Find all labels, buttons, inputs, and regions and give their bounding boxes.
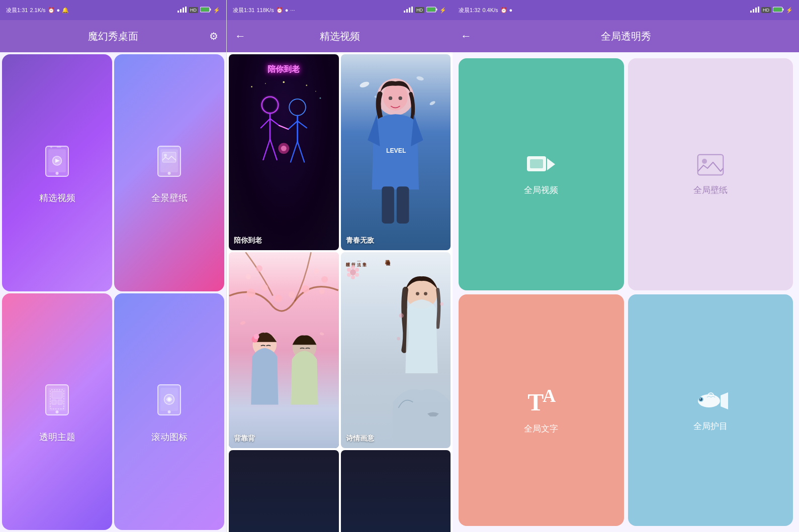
video-label: 全局视频 <box>524 184 558 196</box>
notify-icon-1: 🔔 <box>62 7 69 14</box>
svg-rect-105 <box>773 8 782 12</box>
svg-line-52 <box>288 121 297 129</box>
svg-point-117 <box>700 398 701 399</box>
status-time-3: 凌晨1:32 <box>459 7 480 14</box>
video-card-dark1[interactable] <box>229 450 339 532</box>
svg-point-74 <box>302 285 309 293</box>
svg-point-79 <box>321 276 328 283</box>
video-card-shiqing[interactable]: 博博品品 情情品品 学婚瓜疏 寒冬主集 流流一 烫行行 醒醒进顶 <box>341 252 451 448</box>
fish-icon <box>693 388 728 413</box>
hd-badge-2: HD <box>415 7 424 13</box>
svg-rect-17 <box>162 152 176 162</box>
video-card-beikaobei[interactable]: 背靠背 <box>229 252 339 448</box>
feature-card-eye[interactable]: 全局护目 <box>628 294 793 526</box>
svg-text:LEVEL: LEVEL <box>386 147 406 154</box>
video-card-dark2[interactable] <box>341 450 451 532</box>
svg-line-55 <box>298 142 305 162</box>
touming-icon <box>40 380 75 423</box>
svg-point-99 <box>397 337 400 341</box>
status-bar-2: 凌晨1:31 118K/s ⏰ ● ··· HD ⚡ <box>227 0 453 20</box>
svg-rect-103 <box>758 7 759 13</box>
feature-card-video[interactable]: 全局视频 <box>459 58 624 290</box>
svg-point-43 <box>320 97 321 99</box>
back-button-3[interactable]: ← <box>461 30 472 43</box>
svg-point-16 <box>168 172 171 175</box>
video-card-peini[interactable]: 陪你到老 <box>229 54 339 250</box>
svg-point-64 <box>383 83 408 110</box>
status-left-2: 凌晨1:31 118K/s ⏰ ● ··· <box>233 7 295 14</box>
svg-line-54 <box>291 142 298 162</box>
wallpaper-icon <box>695 152 726 177</box>
status-left-1: 凌晨1:31 2.1K/s ⏰ ● 🔔 <box>6 7 69 14</box>
cherry-svg <box>229 252 339 448</box>
hd-badge-1: HD <box>189 7 198 13</box>
jingxuan-icon <box>40 141 75 184</box>
svg-point-65 <box>389 96 392 99</box>
signal-icon-2 <box>404 7 413 14</box>
status-speed-3: 0.4K/s <box>482 7 498 13</box>
signal-icon-1 <box>177 7 187 14</box>
svg-rect-2 <box>183 8 184 13</box>
menu-card-touming[interactable]: 透明主题 <box>2 293 112 530</box>
svg-rect-5 <box>201 8 209 12</box>
menu-card-gundong[interactable]: 滚动图标 <box>114 293 224 530</box>
text-icon: TA <box>527 385 555 416</box>
touming-label: 透明主题 <box>39 431 75 443</box>
qq-icon-1: ● <box>57 7 60 13</box>
gundong-icon <box>152 380 187 423</box>
svg-point-81 <box>319 332 324 336</box>
svg-point-41 <box>306 84 307 86</box>
text-label: 全局文字 <box>524 423 558 435</box>
svg-point-80 <box>240 321 246 326</box>
svg-point-112 <box>702 159 707 164</box>
status-speed-2: 118K/s <box>256 7 274 13</box>
svg-rect-24 <box>52 400 56 404</box>
gundong-label: 滚动图标 <box>151 431 188 443</box>
video-label-shiqing: 诗情画意 <box>346 434 374 443</box>
svg-rect-34 <box>411 7 413 13</box>
video-bg-beikaobei <box>229 252 339 448</box>
feature-card-wallpaper[interactable]: 全局壁纸 <box>628 58 793 290</box>
svg-point-21 <box>56 410 59 413</box>
status-left-3: 凌晨1:32 0.4K/s ⏰ ● <box>459 7 512 14</box>
app-title-3: 全局透明秀 <box>601 30 651 43</box>
svg-line-53 <box>298 121 307 128</box>
svg-rect-37 <box>436 9 437 11</box>
video-bg-peini: 陪你到老 <box>229 54 339 250</box>
back-button-2[interactable]: ← <box>235 30 246 43</box>
status-bar-1: 凌晨1:31 2.1K/s ⏰ ● 🔔 HD ⚡ <box>0 0 226 20</box>
settings-button[interactable]: ⚙ <box>209 30 218 42</box>
quanjing-label: 全景壁纸 <box>151 192 188 204</box>
status-right-3: HD ⚡ <box>750 7 793 14</box>
menu-card-quanjing[interactable]: 全景壁纸 <box>114 54 224 291</box>
svg-point-116 <box>699 398 702 401</box>
qq-icon-2: ● <box>285 7 289 13</box>
quanjing-icon <box>152 141 187 184</box>
svg-point-18 <box>164 154 167 157</box>
svg-point-71 <box>261 284 268 291</box>
svg-point-85 <box>254 334 259 340</box>
video-label-peini: 陪你到老 <box>234 236 262 245</box>
svg-point-28 <box>168 410 171 413</box>
hd-badge-3: HD <box>761 7 771 13</box>
video-card-qingchun[interactable]: LEVEL 青春无敌 <box>341 54 451 250</box>
svg-rect-101 <box>753 9 754 13</box>
video-label-beikaobei: 背靠背 <box>234 434 255 443</box>
poetry-text: 博博品品 情情品品 学婚瓜疏 寒冬主集 流流一 烫行行 醒醒进顶 <box>341 252 393 448</box>
menu-card-jingxuan[interactable]: 精选视频 <box>2 54 112 291</box>
svg-point-97 <box>399 313 404 318</box>
alarm-icon-1: ⏰ <box>48 7 55 14</box>
feature-card-text[interactable]: TA 全局文字 <box>459 294 624 526</box>
svg-rect-0 <box>177 11 179 13</box>
svg-rect-25 <box>58 400 62 404</box>
eye-label: 全局护目 <box>693 420 728 432</box>
jingxuan-label: 精选视频 <box>39 192 75 204</box>
battery-icon-2 <box>426 7 437 14</box>
svg-point-73 <box>289 291 295 298</box>
svg-line-48 <box>263 139 270 160</box>
panel-jingxuan: 凌晨1:31 118K/s ⏰ ● ··· HD ⚡ ← 精选视频 <box>226 0 453 532</box>
svg-point-44 <box>262 96 279 113</box>
alarm-icon-2: ⏰ <box>276 7 283 14</box>
svg-rect-23 <box>52 391 62 398</box>
video-grid-container: 陪你到老 <box>227 52 453 532</box>
